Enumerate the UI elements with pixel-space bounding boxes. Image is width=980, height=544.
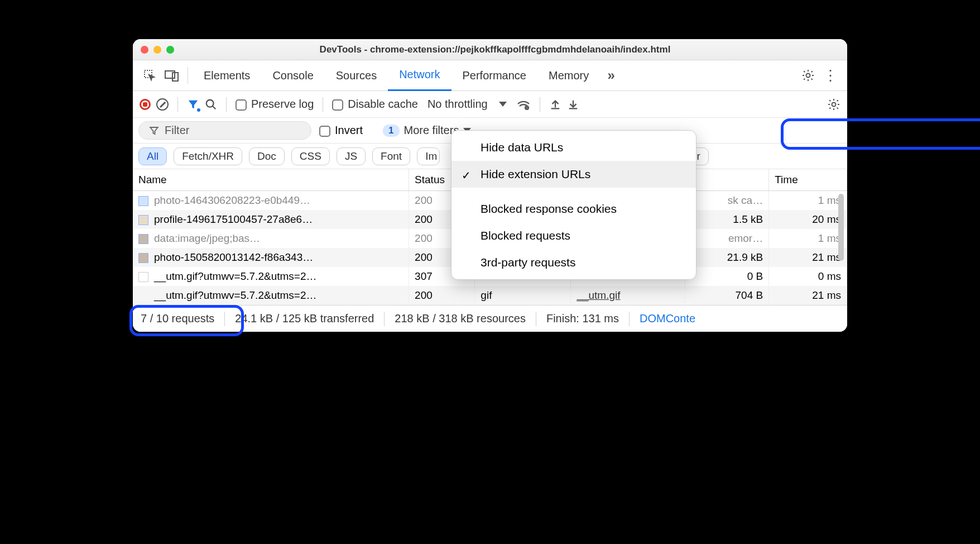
request-time: 21 ms: [769, 248, 847, 267]
download-har-icon[interactable]: [567, 98, 579, 111]
network-settings-gear-icon[interactable]: [827, 98, 840, 111]
scrollbar-thumb[interactable]: [838, 194, 844, 261]
request-grid-area: Name Status e Time photo-1464306208223-e…: [133, 169, 847, 305]
disable-cache-checkbox[interactable]: Disable cache: [332, 98, 418, 111]
chip-img-truncated[interactable]: Im: [417, 147, 440, 165]
status-transferred: 24.1 kB / 125 kB transferred: [235, 312, 374, 325]
status-resources: 218 kB / 318 kB resources: [395, 312, 526, 325]
tab-memory[interactable]: Memory: [537, 60, 600, 91]
tabs-overflow-button[interactable]: »: [600, 64, 622, 87]
throttling-value: No throttling: [427, 98, 488, 111]
search-icon[interactable]: [205, 98, 217, 111]
status-finish: Finish: 131 ms: [546, 312, 619, 325]
filter-count-badge: 1: [383, 125, 399, 137]
check-icon: ✓: [462, 169, 471, 182]
request-size: emor…: [685, 229, 769, 248]
request-size: 0 B: [685, 267, 769, 286]
filter-toggle-icon[interactable]: [187, 98, 199, 111]
filter-placeholder: Filter: [165, 124, 189, 137]
filter-input[interactable]: Filter: [138, 121, 311, 140]
popup-blocked-requests[interactable]: Blocked requests: [451, 222, 696, 249]
window-title: DevTools - chrome-extension://pejkokffka…: [151, 44, 839, 55]
invert-checkbox[interactable]: Invert: [319, 124, 363, 137]
request-size: 21.9 kB: [685, 248, 769, 267]
network-toolbar: Preserve log Disable cache No throttling: [133, 91, 847, 118]
request-name: __utm.gif?utmwv=5.7.2&utms=2…: [154, 270, 316, 282]
tab-elements[interactable]: Elements: [193, 60, 261, 91]
request-size: sk ca…: [685, 191, 769, 211]
request-type: gif: [475, 286, 571, 305]
throttling-select[interactable]: No throttling: [424, 96, 511, 112]
caret-down-icon: [499, 102, 507, 107]
device-toolbar-icon[interactable]: [161, 64, 183, 87]
popup-hide-data-urls[interactable]: Hide data URLs: [451, 134, 696, 161]
more-filters-popup: Hide data URLs ✓Hide extension URLs Bloc…: [451, 130, 696, 280]
upload-har-icon[interactable]: [549, 98, 561, 111]
request-name: photo-1505820013142-f86a343…: [154, 251, 313, 263]
tab-network[interactable]: Network: [388, 60, 451, 91]
settings-gear-icon[interactable]: [797, 64, 819, 87]
request-time: 1 ms: [769, 191, 847, 211]
disable-cache-label: Disable cache: [348, 98, 418, 110]
request-time: 20 ms: [769, 210, 847, 229]
request-size: 1.5 kB: [685, 210, 769, 229]
chip-doc[interactable]: Doc: [249, 147, 285, 165]
request-name: data:image/jpeg;bas…: [154, 232, 260, 244]
invert-label: Invert: [335, 124, 363, 136]
chip-css[interactable]: CSS: [291, 147, 330, 165]
preserve-log-checkbox[interactable]: Preserve log: [236, 98, 314, 111]
devtools-window: DevTools - chrome-extension://pejkokffka…: [133, 39, 847, 332]
table-row[interactable]: __utm.gif?utmwv=5.7.2&utms=2…200gif__utm…: [133, 286, 847, 305]
status-bar: 7 / 10 requests 24.1 kB / 125 kB transfe…: [133, 305, 847, 332]
titlebar: DevTools - chrome-extension://pejkokffka…: [133, 39, 847, 60]
popup-hide-extension-urls[interactable]: ✓Hide extension URLs: [451, 161, 696, 188]
request-initiator: __utm.gif: [571, 286, 685, 305]
panel-tabs: Elements Console Sources Network Perform…: [133, 60, 847, 91]
tab-performance[interactable]: Performance: [451, 60, 538, 91]
tab-sources[interactable]: Sources: [325, 60, 388, 91]
popup-3rd-party-requests[interactable]: 3rd-party requests: [451, 249, 696, 276]
request-name: __utm.gif?utmwv=5.7.2&utms=2…: [154, 289, 316, 301]
request-name: photo-1464306208223-e0b449…: [154, 194, 310, 206]
close-window-button[interactable]: [141, 46, 148, 54]
svg-line-5: [213, 106, 216, 109]
tab-console[interactable]: Console: [261, 60, 324, 91]
preserve-log-label: Preserve log: [251, 98, 314, 110]
clear-button[interactable]: [156, 98, 169, 111]
popup-blocked-response-cookies[interactable]: Blocked response cookies: [451, 195, 696, 222]
svg-point-4: [206, 99, 214, 107]
kebab-menu-icon[interactable]: ⋮: [819, 64, 842, 87]
record-button[interactable]: [140, 99, 151, 110]
request-size: 704 B: [685, 286, 769, 305]
chip-font[interactable]: Font: [372, 147, 410, 165]
request-time: 21 ms: [769, 286, 847, 305]
chip-fetch-xhr[interactable]: Fetch/XHR: [174, 147, 242, 165]
col-header-size[interactable]: e: [685, 169, 769, 191]
request-time: 1 ms: [769, 229, 847, 248]
svg-point-3: [806, 74, 810, 78]
status-domcontent: DOMConte: [640, 312, 695, 325]
inspect-element-icon[interactable]: [138, 64, 161, 87]
divider: [188, 67, 188, 84]
svg-point-7: [832, 102, 836, 106]
status-requests: 7 / 10 requests: [141, 312, 214, 325]
request-time: 0 ms: [769, 267, 847, 286]
chip-js[interactable]: JS: [337, 147, 366, 165]
col-header-name[interactable]: Name: [133, 169, 409, 191]
request-status: 200: [409, 286, 475, 305]
svg-rect-1: [165, 71, 175, 78]
col-header-time[interactable]: Time: [769, 169, 847, 191]
request-name: profile-1496175100457-27a8e6…: [154, 213, 313, 225]
chip-all[interactable]: All: [138, 147, 167, 165]
funnel-icon: [149, 126, 159, 136]
network-conditions-icon[interactable]: [516, 98, 531, 111]
